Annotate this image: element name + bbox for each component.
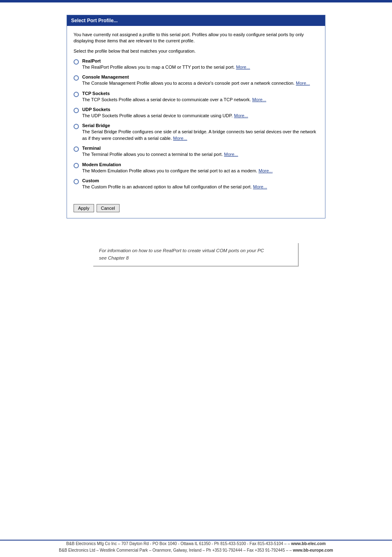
profile-content-2: TCP SocketsThe TCP Sockets Profile allow… (82, 91, 266, 103)
profile-name-6: Modem Emulation (82, 162, 272, 167)
more-link-5[interactable]: More... (224, 152, 238, 157)
footer-link2[interactable]: www.bb-europe.com (293, 548, 333, 552)
note-box: For information on how to use RealPort t… (93, 243, 299, 267)
radio-3[interactable] (74, 108, 79, 113)
footer-line2: B&B Electronics Ltd – Westlink Commercia… (0, 547, 392, 554)
apply-button[interactable]: Apply (74, 204, 94, 212)
radio-6[interactable] (74, 163, 79, 168)
profile-desc-4: The Serial Bridge Profile configures one… (82, 129, 318, 142)
top-border (0, 0, 392, 2)
more-link-2[interactable]: More... (252, 97, 266, 102)
more-link-7[interactable]: More... (253, 184, 267, 189)
profile-option-4: Serial BridgeThe Serial Bridge Profile c… (74, 123, 318, 142)
profile-content-3: UDP SocketsThe UDP Sockets Profile allow… (82, 107, 248, 119)
dialog-title-bar: Select Port Profile... (67, 15, 325, 26)
profile-desc-1: The Console Management Profile allows yo… (82, 80, 310, 86)
note-line2: see Chapter 8 (99, 255, 129, 260)
profile-name-7: Custom (82, 178, 267, 183)
more-link-4[interactable]: More... (173, 136, 187, 141)
cancel-button[interactable]: Cancel (97, 204, 120, 212)
radio-2[interactable] (74, 92, 79, 97)
profile-option-7: CustomThe Custom Profile is an advanced … (74, 178, 318, 190)
profile-option-0: RealPortThe RealPort Profile allows you … (74, 58, 318, 70)
profile-desc-3: The UDP Sockets Profile allows a serial … (82, 113, 248, 119)
more-link-0[interactable]: More... (236, 65, 250, 70)
more-link-6[interactable]: More... (258, 168, 272, 173)
dialog-box: Select Port Profile... You have currentl… (67, 15, 325, 218)
radio-5[interactable] (74, 146, 79, 152)
profile-option-1: Console ManagementThe Console Management… (74, 74, 318, 86)
profile-content-5: TerminalThe Terminal Profile allows you … (82, 146, 238, 158)
radio-7[interactable] (74, 179, 79, 184)
profile-content-6: Modem EmulationThe Modem Emulation Profi… (82, 162, 272, 174)
profile-option-6: Modem EmulationThe Modem Emulation Profi… (74, 162, 318, 174)
radio-4[interactable] (74, 124, 79, 129)
profile-desc-6: The Modem Emulation Profile allows you t… (82, 168, 272, 174)
radio-0[interactable] (74, 59, 79, 65)
profile-option-5: TerminalThe Terminal Profile allows you … (74, 146, 318, 158)
radio-1[interactable] (74, 75, 79, 81)
profile-name-3: UDP Sockets (82, 107, 248, 112)
profile-name-0: RealPort (82, 58, 250, 63)
profile-desc-7: The Custom Profile is an advanced option… (82, 184, 267, 190)
dialog-select-label: Select the profile below that best match… (74, 49, 318, 53)
profile-name-2: TCP Sockets (82, 91, 266, 96)
profile-option-3: UDP SocketsThe UDP Sockets Profile allow… (74, 107, 318, 119)
more-link-3[interactable]: More... (234, 113, 248, 118)
dialog-intro: You have currently not assigned a profil… (74, 32, 318, 44)
profiles-container: RealPortThe RealPort Profile allows you … (74, 58, 318, 190)
more-link-1[interactable]: More... (296, 81, 310, 86)
footer-text: B&B Electronics Mfg Co Inc – 707 Dayton … (0, 541, 392, 554)
profile-option-2: TCP SocketsThe TCP Sockets Profile allow… (74, 91, 318, 103)
profile-desc-2: The TCP Sockets Profile allows a serial … (82, 97, 266, 103)
profile-content-7: CustomThe Custom Profile is an advanced … (82, 178, 267, 190)
main-content: Select Port Profile... You have currentl… (0, 7, 392, 275)
footer-line1: B&B Electronics Mfg Co Inc – 707 Dayton … (0, 541, 392, 547)
footer-link1[interactable]: www.bb-elec.com (291, 541, 326, 546)
profile-name-1: Console Management (82, 74, 310, 79)
profile-name-5: Terminal (82, 146, 238, 151)
profile-name-4: Serial Bridge (82, 123, 318, 128)
dialog-footer: Apply Cancel (67, 200, 325, 218)
dialog-body: You have currently not assigned a profil… (67, 26, 325, 200)
note-line1: For information on how to use RealPort t… (99, 248, 264, 253)
profile-content-1: Console ManagementThe Console Management… (82, 74, 310, 86)
profile-content-4: Serial BridgeThe Serial Bridge Profile c… (82, 123, 318, 142)
profile-desc-0: The RealPort Profile allows you to map a… (82, 64, 250, 70)
profile-desc-5: The Terminal Profile allows you to conne… (82, 151, 238, 158)
dialog-title: Select Port Profile... (71, 18, 118, 23)
profile-content-0: RealPortThe RealPort Profile allows you … (82, 58, 250, 70)
